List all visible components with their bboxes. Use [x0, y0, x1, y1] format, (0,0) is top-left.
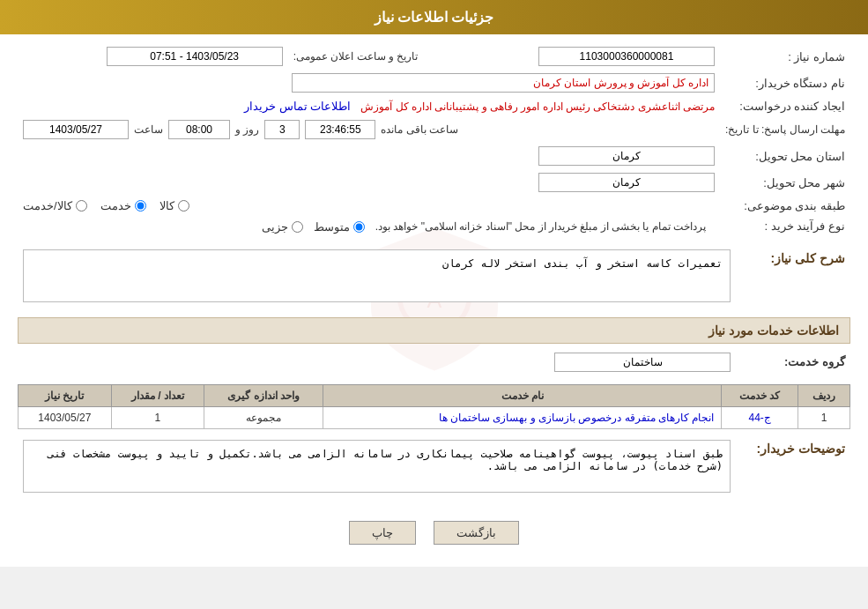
jozei-label: جزیی: [262, 220, 288, 234]
subject-kala: کالا: [160, 199, 189, 212]
description-textarea[interactable]: [23, 249, 731, 302]
delivery-city-value: [18, 169, 720, 196]
purchase-radio-motavasset[interactable]: [353, 221, 365, 233]
page-header: جزئیات اطلاعات نیاز: [0, 0, 868, 34]
cell-service-name: انجام کارهای متفرقه درخصوص بازسازی و بهس…: [323, 406, 722, 428]
request-number-input: [538, 47, 715, 66]
col-quantity: تعداد / مقدار: [111, 384, 204, 406]
buyer-notes-table: توضیحات خریدار:: [18, 436, 850, 499]
subject-kala-khidmat: کالا/خدمت: [23, 199, 87, 212]
services-section-header: اطلاعات خدمات مورد نیاز: [18, 317, 850, 344]
buyer-org-input: [292, 73, 715, 93]
creator-value: مرتضی اثناعشری دشتخاکی رئیس اداره امور ر…: [18, 96, 720, 116]
info-table: شماره نیاز : تاریخ و ساعت اعلان عمومی: ن…: [18, 43, 850, 237]
buyer-org-value: [18, 70, 720, 96]
motavasset-label: متوسط: [314, 220, 350, 234]
service-group-value: [18, 349, 736, 375]
buyer-org-label: نام دستگاه خریدار:: [720, 70, 850, 96]
description-label: شرح کلی نیاز:: [736, 246, 850, 308]
delivery-province-label: استان محل تحویل:: [720, 143, 850, 169]
remaining-time-label: ساعت باقی مانده: [381, 123, 458, 136]
response-deadline-label: مهلت ارسال پاسخ: تا تاریخ:: [720, 116, 850, 143]
description-table: شرح کلی نیاز:: [18, 246, 850, 308]
creator-text: مرتضی اثناعشری دشتخاکی رئیس اداره امور ر…: [360, 100, 715, 113]
request-number-value: [449, 43, 720, 70]
announce-datetime-label: تاریخ و ساعت اعلان عمومی:: [288, 43, 424, 70]
subject-options: کالا/خدمت خدمت کالا: [18, 196, 720, 216]
buyer-notes-textarea[interactable]: [23, 440, 731, 493]
purchase-type-jozei: جزیی: [262, 220, 303, 234]
response-time-row: ساعت روز و ساعت باقی مانده: [23, 120, 715, 139]
purchase-type-motavasset: متوسط: [314, 220, 365, 234]
buyer-notes-label: توضیحات خریدار:: [736, 436, 850, 499]
table-row: 1 ج-44 انجام کارهای متفرقه درخصوص بازساز…: [19, 406, 850, 428]
cell-service-code: ج-44: [722, 406, 798, 428]
announce-datetime-value: [18, 43, 288, 70]
cell-unit: مجموعه: [204, 406, 323, 428]
page-title: جزئیات اطلاعات نیاز: [375, 10, 494, 25]
page-container: جزئیات اطلاعات نیاز A شماره نیاز : تاریخ…: [0, 0, 868, 567]
response-days-input: [264, 120, 300, 139]
purchase-radio-jozei[interactable]: [292, 221, 303, 233]
col-date: تاریخ نیاز: [19, 384, 112, 406]
cell-quantity: 1: [111, 406, 204, 428]
kala-label: کالا: [160, 199, 174, 212]
response-days-label: روز و: [235, 123, 259, 136]
response-deadline-row: ساعت روز و ساعت باقی مانده: [18, 116, 720, 143]
col-service-name: نام خدمت: [323, 384, 722, 406]
subject-radio-kala[interactable]: [178, 200, 189, 212]
subject-radio-kala-khidmat[interactable]: [76, 200, 87, 212]
contact-link[interactable]: اطلاعات تماس خریدار: [244, 100, 351, 113]
announce-datetime-input: [107, 47, 283, 66]
khidmat-label: خدمت: [100, 199, 131, 212]
delivery-city-label: شهر محل تحویل:: [720, 169, 850, 196]
request-number-label: شماره نیاز :: [720, 43, 850, 70]
delivery-province-input: [538, 146, 715, 166]
creator-label: ایجاد کننده درخواست:: [720, 96, 850, 116]
purchase-type-label: نوع فرآیند خرید :: [720, 216, 850, 237]
services-table: ردیف کد خدمت نام خدمت واحد اندازه گیری ت…: [18, 384, 850, 429]
purchase-type-row: جزیی متوسط پرداخت تمام یا بخشی از مبلغ خ…: [18, 216, 720, 237]
purchase-type-group: جزیی متوسط پرداخت تمام یا بخشی از مبلغ خ…: [262, 220, 715, 234]
description-value: [18, 246, 736, 308]
subject-khidmat: خدمت: [100, 199, 146, 212]
subject-radio-khidmat[interactable]: [135, 200, 146, 212]
service-group-label: گروه خدمت:: [736, 349, 850, 375]
button-bar: بازگشت چاپ: [18, 508, 850, 558]
cell-row-num: 1: [798, 406, 850, 428]
kala-khidmat-label: کالا/خدمت: [23, 199, 72, 212]
col-row-num: ردیف: [798, 384, 850, 406]
cell-date: 1403/05/27: [19, 406, 112, 428]
remaining-time-input: [305, 120, 375, 139]
buyer-notes-value: [18, 436, 736, 499]
main-content: A شماره نیاز : تاریخ و ساعت اعلان عمومی:…: [0, 34, 868, 567]
col-service-code: کد خدمت: [722, 384, 798, 406]
purchase-type-note: پرداخت تمام یا بخشی از مبلغ خریدار از مح…: [375, 220, 706, 233]
subject-label: طبقه بندی موضوعی:: [720, 196, 850, 216]
response-date-input: [23, 120, 129, 139]
response-time-input: [168, 120, 230, 139]
print-button[interactable]: چاپ: [349, 521, 416, 545]
delivery-city-input: [538, 173, 715, 192]
response-time-label: ساعت: [134, 123, 163, 136]
col-unit: واحد اندازه گیری: [204, 384, 323, 406]
back-button[interactable]: بازگشت: [434, 521, 519, 545]
delivery-province-value: [18, 143, 720, 169]
subject-radio-group: کالا/خدمت خدمت کالا: [23, 199, 715, 212]
service-group-table: گروه خدمت:: [18, 349, 850, 375]
service-group-input: [554, 353, 731, 372]
